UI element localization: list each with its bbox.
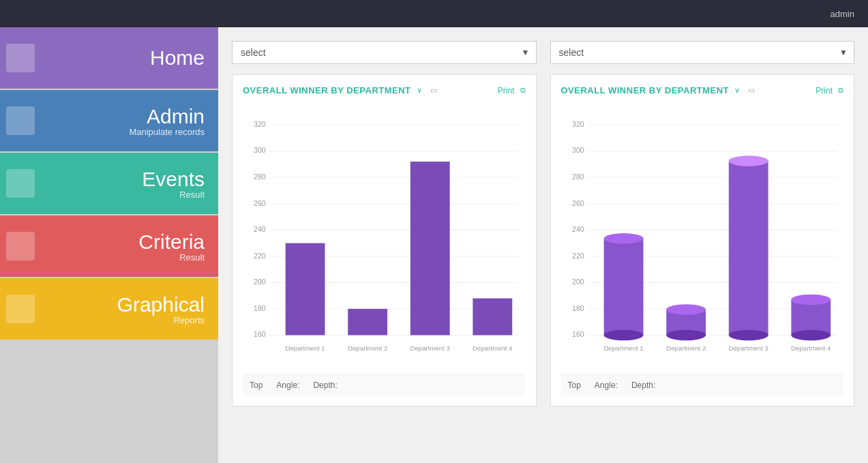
cyl-right-dept4-body xyxy=(791,299,830,335)
admin-sublabel: Manipulate records xyxy=(129,127,205,137)
bar-left-dept4 xyxy=(473,299,512,335)
admin-label: Admin xyxy=(147,105,205,128)
chart-svg-left: 320 300 280 260 240 220 200 180 160 xyxy=(243,102,526,368)
home-text: Home xyxy=(41,46,218,70)
chart-minimize-left-icon[interactable]: ▭ xyxy=(430,86,437,95)
chart-bottom-right: Top Angle: Depth: xyxy=(561,374,844,395)
events-icon-wrap xyxy=(0,156,41,211)
graphical-icon xyxy=(6,295,35,323)
chart-card-right: OVERALL WINNER BY DEPARTMENT ∨ ▭ Print ⧉… xyxy=(550,74,855,406)
svg-text:Department 4: Department 4 xyxy=(791,344,831,352)
chart-chevron-right-icon: ∨ xyxy=(734,86,740,95)
sidebar-item-events[interactable]: Events Result xyxy=(0,153,218,214)
graphical-text: Graphical Reports xyxy=(41,293,218,325)
bar-left-dept1 xyxy=(286,243,325,335)
chart-bottom-angle-right: Angle: xyxy=(595,380,618,390)
chart-bottom-angle-left: Angle: xyxy=(276,380,299,390)
svg-text:Department 2: Department 2 xyxy=(665,344,705,352)
admin-text: Admin Manipulate records xyxy=(41,105,218,137)
chart-card-left: OVERALL WINNER BY DEPARTMENT ∨ ▭ Print ⧉… xyxy=(232,74,537,406)
topbar: admin xyxy=(0,0,868,27)
content-area: select ▼ select ▼ OVERALL WINNER BY DEPA… xyxy=(218,27,868,463)
home-icon xyxy=(6,44,35,72)
main-layout: Home Admin Manipulate records Events Res… xyxy=(0,27,868,463)
sidebar-item-criteria[interactable]: Criteria Result xyxy=(0,215,218,277)
events-icon xyxy=(6,169,35,198)
graphical-icon-wrap xyxy=(0,282,41,336)
events-label: Events xyxy=(142,168,205,191)
cyl-right-dept3-bottom xyxy=(728,330,768,340)
chart-bottom-depth-right: Depth: xyxy=(631,380,655,390)
left-dropdown-wrap: select ▼ xyxy=(232,41,537,64)
svg-text:240: 240 xyxy=(254,225,266,233)
svg-text:160: 160 xyxy=(572,330,584,338)
cyl-right-dept2-bottom xyxy=(666,330,706,340)
sidebar-item-admin[interactable]: Admin Manipulate records xyxy=(0,90,218,151)
svg-text:320: 320 xyxy=(254,120,266,128)
chart-bottom-left: Top Angle: Depth: xyxy=(243,374,526,395)
cyl-right-dept1-top xyxy=(603,233,643,243)
chart-svg-right: 320 300 280 260 240 220 200 180 160 xyxy=(561,102,844,368)
cyl-right-dept2-top xyxy=(666,304,706,314)
svg-text:200: 200 xyxy=(572,278,584,286)
chart-print-right[interactable]: Print xyxy=(815,86,833,95)
svg-text:300: 300 xyxy=(254,147,266,155)
events-text: Events Result xyxy=(41,168,218,200)
svg-text:320: 320 xyxy=(572,120,584,128)
chart-print-right-icon: ⧉ xyxy=(838,86,843,95)
svg-text:Department 1: Department 1 xyxy=(285,344,325,352)
bar-left-dept3 xyxy=(410,162,450,335)
cyl-right-dept1-body xyxy=(603,239,643,335)
svg-text:300: 300 xyxy=(572,147,584,155)
chart-header-right: OVERALL WINNER BY DEPARTMENT ∨ ▭ Print ⧉ xyxy=(561,85,844,95)
sidebar-item-graphical[interactable]: Graphical Reports xyxy=(0,278,218,340)
svg-text:Department 4: Department 4 xyxy=(473,344,513,352)
left-select[interactable]: select xyxy=(232,41,537,64)
svg-text:220: 220 xyxy=(254,252,266,260)
svg-text:160: 160 xyxy=(254,330,266,338)
svg-text:180: 180 xyxy=(254,304,266,312)
criteria-sublabel: Result xyxy=(179,252,205,263)
svg-text:200: 200 xyxy=(254,278,266,286)
right-dropdown-wrap: select ▼ xyxy=(550,41,855,64)
svg-text:Department 2: Department 2 xyxy=(348,344,387,352)
criteria-text: Criteria Result xyxy=(41,230,218,263)
svg-text:280: 280 xyxy=(254,173,266,181)
chart-print-left[interactable]: Print xyxy=(498,86,515,95)
svg-text:Department 1: Department 1 xyxy=(603,344,643,352)
chart-print-left-icon: ⧉ xyxy=(520,86,526,95)
criteria-icon-wrap xyxy=(0,219,41,273)
svg-text:240: 240 xyxy=(572,225,584,233)
cyl-right-dept4-bottom xyxy=(791,330,830,340)
cyl-right-dept4-top xyxy=(791,295,830,305)
cyl-right-dept3-body xyxy=(728,161,768,335)
chart-bottom-depth-left: Depth: xyxy=(313,380,337,390)
graphical-label: Graphical xyxy=(117,293,205,316)
sidebar: Home Admin Manipulate records Events Res… xyxy=(0,27,218,463)
home-label: Home xyxy=(150,46,205,70)
criteria-icon xyxy=(6,232,35,260)
chart-title-right: OVERALL WINNER BY DEPARTMENT xyxy=(561,85,730,95)
chart-chevron-left-icon: ∨ xyxy=(417,86,422,95)
svg-text:280: 280 xyxy=(572,173,584,181)
svg-text:Department 3: Department 3 xyxy=(410,344,450,352)
svg-text:260: 260 xyxy=(254,199,266,207)
chart-minimize-right-icon[interactable]: ▭ xyxy=(748,86,755,95)
criteria-label: Criteria xyxy=(138,230,205,254)
sidebar-item-home[interactable]: Home xyxy=(0,27,218,89)
dropdowns-row: select ▼ select ▼ xyxy=(232,41,854,64)
svg-text:260: 260 xyxy=(572,199,584,207)
cyl-right-dept3-top xyxy=(728,155,768,166)
graphical-sublabel: Reports xyxy=(173,315,205,325)
chart-header-left: OVERALL WINNER BY DEPARTMENT ∨ ▭ Print ⧉ xyxy=(243,85,526,95)
chart-title-left: OVERALL WINNER BY DEPARTMENT xyxy=(243,85,411,95)
bar-left-dept2 xyxy=(348,309,387,335)
charts-row: OVERALL WINNER BY DEPARTMENT ∨ ▭ Print ⧉… xyxy=(232,74,854,406)
svg-text:220: 220 xyxy=(572,252,584,260)
topbar-user: admin xyxy=(830,9,854,19)
admin-icon-wrap xyxy=(0,93,41,148)
cyl-right-dept1-bottom xyxy=(603,330,643,340)
right-select[interactable]: select xyxy=(550,41,855,64)
home-icon-wrap xyxy=(0,31,41,85)
events-sublabel: Result xyxy=(179,190,205,200)
